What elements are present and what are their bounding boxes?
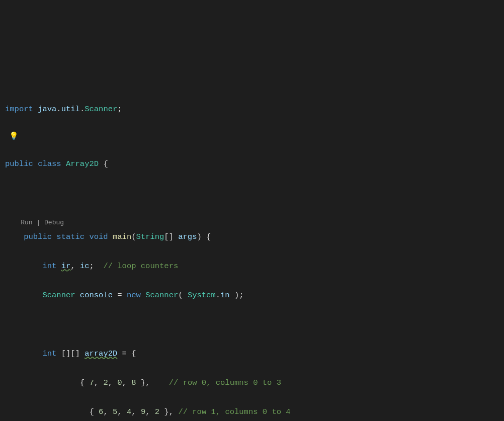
comment: // row 0, columns 0 to 3 — [169, 378, 281, 387]
keyword-import: import — [5, 105, 33, 114]
code-line[interactable]: int ir, ic; // loop counters — [0, 259, 504, 274]
blank-line[interactable] — [0, 317, 504, 332]
blank-line[interactable] — [0, 186, 504, 201]
var-console: console — [80, 291, 113, 300]
code-line[interactable]: public static void main(String[] args) { — [0, 230, 504, 244]
codelens-run[interactable]: Run — [21, 219, 32, 226]
code-line[interactable]: Scanner console = new Scanner( System.in… — [0, 288, 504, 303]
var-ic: ic — [80, 262, 90, 271]
keyword-public: public — [5, 159, 33, 169]
pkg-util: util — [61, 105, 80, 114]
code-line[interactable]: { 6, 5, 4, 9, 2 }, // row 1, columns 0 t… — [0, 405, 504, 419]
pkg-java: java — [38, 105, 56, 114]
code-editor[interactable]: import java.util.Scanner; 💡 public class… — [0, 73, 504, 421]
gutter-bulb-line: 💡 — [0, 131, 504, 142]
var-array2d: array2D — [85, 349, 117, 358]
code-line[interactable]: { 7, 2, 0, 8 }, // row 0, columns 0 to 3 — [0, 376, 504, 390]
class-scanner: Scanner — [85, 105, 117, 114]
comment: // row 1, columns 0 to 4 — [178, 407, 290, 416]
code-line[interactable]: import java.util.Scanner; — [0, 102, 504, 117]
keyword-class: class — [38, 159, 61, 169]
codelens: Run | Debug — [0, 219, 64, 226]
method-main: main — [113, 232, 131, 241]
var-ir: ir — [61, 262, 71, 271]
lightbulb-icon[interactable]: 💡 — [5, 131, 19, 142]
code-line[interactable]: public class Array2D { — [0, 157, 504, 172]
comment: // loop counters — [103, 262, 178, 271]
codelens-debug[interactable]: Debug — [44, 219, 64, 226]
class-array2d: Array2D — [66, 159, 99, 169]
code-line[interactable]: int [][] array2D = { — [0, 347, 504, 361]
